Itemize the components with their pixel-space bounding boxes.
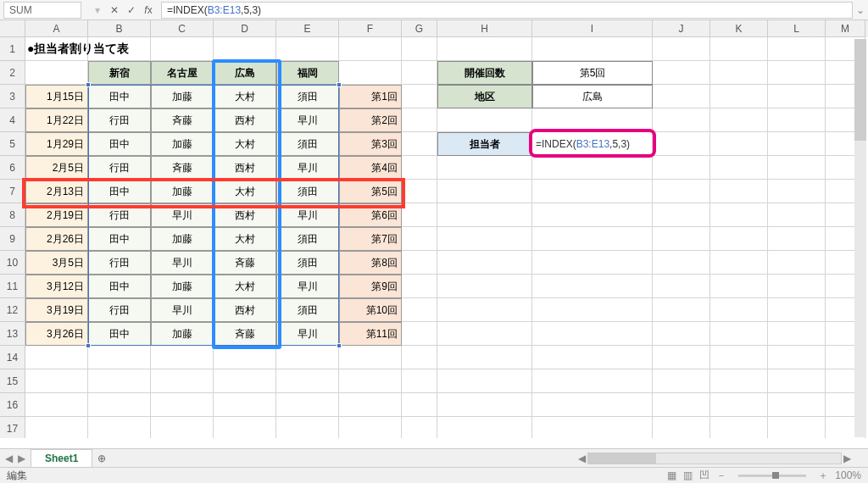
row-header-6[interactable]: 6 <box>0 156 25 180</box>
cell-C8[interactable]: 早川 <box>151 203 214 227</box>
cell-D6[interactable]: 西村 <box>214 156 276 180</box>
cell-C7[interactable]: 加藤 <box>151 180 214 203</box>
cell-J6[interactable] <box>653 156 710 180</box>
zoom-out-icon[interactable]: － <box>716 469 726 483</box>
cell-K6[interactable] <box>710 156 768 180</box>
cell-K10[interactable] <box>710 251 768 275</box>
cell-B8[interactable]: 行田 <box>88 203 151 227</box>
cell-A3[interactable]: 1月15日 <box>25 85 88 108</box>
hscroll-right-icon[interactable]: ▶ <box>843 452 851 464</box>
cell-G5[interactable] <box>402 132 437 156</box>
name-box[interactable]: SUM <box>3 2 81 19</box>
cell-B3[interactable]: 田中 <box>88 85 151 108</box>
cell-A2[interactable] <box>25 61 88 85</box>
cell-K17[interactable] <box>710 417 768 438</box>
cell-B16[interactable] <box>88 393 151 417</box>
cell-I13[interactable] <box>532 322 653 346</box>
cell-J5[interactable] <box>653 132 710 156</box>
col-header-A[interactable]: A <box>25 20 88 37</box>
cell-C4[interactable]: 斉藤 <box>151 108 214 132</box>
cell-L5[interactable] <box>768 132 826 156</box>
cell-J16[interactable] <box>653 393 710 417</box>
cell-G16[interactable] <box>402 393 437 417</box>
row-header-10[interactable]: 10 <box>0 251 25 275</box>
col-header-E[interactable]: E <box>276 20 339 37</box>
cell-A16[interactable] <box>25 393 88 417</box>
formula-expand-icon[interactable]: ⌄ <box>853 4 868 16</box>
cell-L11[interactable] <box>768 275 826 298</box>
accept-formula-icon[interactable]: ✓ <box>124 3 139 18</box>
cell-G4[interactable] <box>402 108 437 132</box>
cell-K2[interactable] <box>710 61 768 85</box>
row-header-11[interactable]: 11 <box>0 275 25 298</box>
cell-J12[interactable] <box>653 298 710 322</box>
cell-D2[interactable]: 広島 <box>214 61 276 85</box>
col-header-D[interactable]: D <box>214 20 276 37</box>
cell-K8[interactable] <box>710 203 768 227</box>
cell-K13[interactable] <box>710 322 768 346</box>
cell-F13[interactable]: 第11回 <box>339 322 402 346</box>
cell-L12[interactable] <box>768 298 826 322</box>
cell-K14[interactable] <box>710 346 768 369</box>
cell-J2[interactable] <box>653 61 710 85</box>
cell-E7[interactable]: 須田 <box>276 180 339 203</box>
cell-D1[interactable] <box>214 37 276 61</box>
cell-F4[interactable]: 第2回 <box>339 108 402 132</box>
view-layout-icon[interactable]: ▥ <box>683 469 693 481</box>
cell-B7[interactable]: 田中 <box>88 180 151 203</box>
cell-L16[interactable] <box>768 393 826 417</box>
vertical-scrollbar[interactable] <box>854 39 866 437</box>
cell-I5[interactable]: =INDEX(B3:E13,5,3) <box>532 132 653 156</box>
cell-G2[interactable] <box>402 61 437 85</box>
cell-A1[interactable]: ●担当者割り当て表 <box>25 37 88 61</box>
cell-B6[interactable]: 行田 <box>88 156 151 180</box>
spreadsheet-grid[interactable]: ABCDEFGHIJKLM 12345678910111213141516171… <box>0 20 868 438</box>
cell-C1[interactable] <box>151 37 214 61</box>
cell-A14[interactable] <box>25 346 88 369</box>
cell-C6[interactable]: 斉藤 <box>151 156 214 180</box>
row-header-9[interactable]: 9 <box>0 227 25 251</box>
cell-H9[interactable] <box>437 227 532 251</box>
cell-K5[interactable] <box>710 132 768 156</box>
cell-D3[interactable]: 大村 <box>214 85 276 108</box>
cell-J4[interactable] <box>653 108 710 132</box>
cell-I4[interactable] <box>532 108 653 132</box>
cell-G10[interactable] <box>402 251 437 275</box>
tab-prev-icon[interactable]: ◀ <box>5 452 13 464</box>
col-header-H[interactable]: H <box>437 20 532 37</box>
cell-H14[interactable] <box>437 346 532 369</box>
cell-F9[interactable]: 第7回 <box>339 227 402 251</box>
cell-F10[interactable]: 第8回 <box>339 251 402 275</box>
cell-H7[interactable] <box>437 180 532 203</box>
row-header-2[interactable]: 2 <box>0 61 25 85</box>
row-header-1[interactable]: 1 <box>0 37 25 61</box>
col-header-M[interactable]: M <box>826 20 865 37</box>
cell-L3[interactable] <box>768 85 826 108</box>
cell-C2[interactable]: 名古屋 <box>151 61 214 85</box>
cell-J17[interactable] <box>653 417 710 438</box>
cell-E14[interactable] <box>276 346 339 369</box>
cell-C10[interactable]: 早川 <box>151 251 214 275</box>
cell-I1[interactable] <box>532 37 653 61</box>
col-header-B[interactable]: B <box>88 20 151 37</box>
cell-H8[interactable] <box>437 203 532 227</box>
cell-D5[interactable]: 大村 <box>214 132 276 156</box>
cell-K7[interactable] <box>710 180 768 203</box>
cell-F12[interactable]: 第10回 <box>339 298 402 322</box>
cell-D10[interactable]: 斉藤 <box>214 251 276 275</box>
hscroll-left-icon[interactable]: ◀ <box>578 452 586 464</box>
cell-D11[interactable]: 大村 <box>214 275 276 298</box>
cell-E2[interactable]: 福岡 <box>276 61 339 85</box>
cell-G13[interactable] <box>402 322 437 346</box>
cell-F1[interactable] <box>339 37 402 61</box>
col-header-G[interactable]: G <box>402 20 437 37</box>
tab-next-icon[interactable]: ▶ <box>18 452 25 464</box>
cell-L2[interactable] <box>768 61 826 85</box>
cell-H1[interactable] <box>437 37 532 61</box>
cell-J1[interactable] <box>653 37 710 61</box>
row-header-5[interactable]: 5 <box>0 132 25 156</box>
row-header-13[interactable]: 13 <box>0 322 25 346</box>
col-header-J[interactable]: J <box>653 20 710 37</box>
cell-K12[interactable] <box>710 298 768 322</box>
cell-D13[interactable]: 斉藤 <box>214 322 276 346</box>
